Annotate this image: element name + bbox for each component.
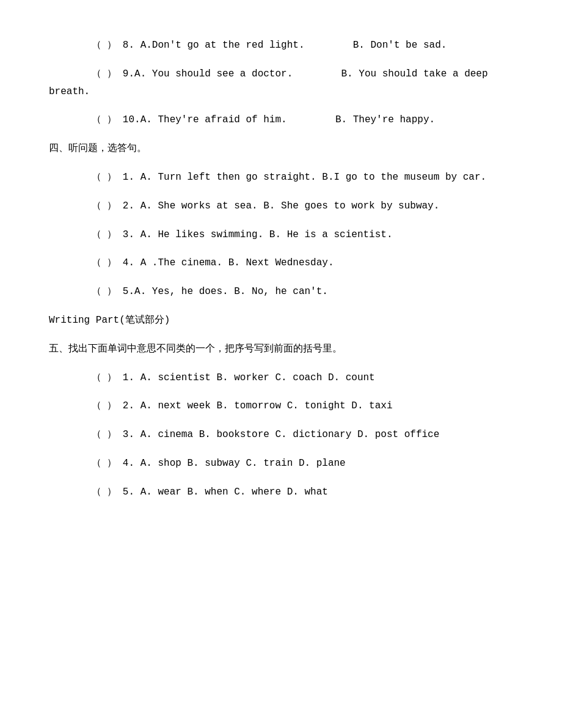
bracket-s4q5: （ ） bbox=[92, 286, 117, 297]
s5q1-container: （ ） 1. A. scientist B. worker C. coach D… bbox=[49, 369, 513, 387]
q10-num: 10.A. They're afraid of him. bbox=[123, 114, 287, 125]
bracket-s4q2: （ ） bbox=[92, 200, 117, 211]
s4q2: （ ） 2. A. She works at sea. B. She goes … bbox=[49, 197, 513, 215]
s4q1-text: 1. A. Turn left then go straight. B.I go… bbox=[123, 172, 486, 183]
s5q3-text: 3. A. cinema B. bookstore C. dictionary … bbox=[123, 429, 439, 440]
question-9: （ ） 9.A. You should see a doctor. B. You… bbox=[49, 65, 513, 101]
s5q1: （ ） 1. A. scientist B. worker C. coach D… bbox=[49, 369, 513, 387]
bracket-s5q1: （ ） bbox=[92, 372, 117, 383]
s5q5: （ ） 5. A. wear B. when C. where D. what bbox=[49, 483, 513, 501]
s5q2-text: 2. A. next week B. tomorrow C. tonight D… bbox=[123, 400, 393, 411]
s4q2-container: （ ） 2. A. She works at sea. B. She goes … bbox=[49, 197, 513, 215]
s5q5-text: 5. A. wear B. when C. where D. what bbox=[123, 487, 328, 498]
question-8: （ ） 8. A.Don't go at the red light. B. D… bbox=[49, 37, 513, 54]
s5q2: （ ） 2. A. next week B. tomorrow C. tonig… bbox=[49, 397, 513, 415]
s4q4-text: 4. A .The cinema. B. Next Wednesday. bbox=[123, 257, 334, 268]
bracket-s5q4: （ ） bbox=[92, 458, 117, 469]
bracket-8: （ ） bbox=[92, 40, 117, 51]
bracket-s4q1: （ ） bbox=[92, 172, 117, 183]
s4q2-text: 2. A. She works at sea. B. She goes to w… bbox=[123, 200, 439, 211]
s5q5-container: （ ） 5. A. wear B. when C. where D. what bbox=[49, 483, 513, 501]
q9-num: 9.A. You should see a doctor. bbox=[123, 68, 293, 79]
q8-a: A.Don't go at the red light. bbox=[140, 40, 305, 51]
q8-num: 8. bbox=[123, 40, 134, 51]
s5q3: （ ） 3. A. cinema B. bookstore C. diction… bbox=[49, 426, 513, 444]
question-9-container: （ ） 9.A. You should see a doctor. B. You… bbox=[49, 65, 513, 101]
section4-header: 四、听问题，选答句。 bbox=[49, 140, 513, 158]
s5q3-container: （ ） 3. A. cinema B. bookstore C. diction… bbox=[49, 426, 513, 444]
q8-b: B. Don't be sad. bbox=[353, 40, 447, 51]
bracket-9: （ ） bbox=[92, 68, 117, 79]
bracket-10: （ ） bbox=[92, 114, 117, 125]
s5q4-container: （ ） 4. A. shop B. subway C. train D. pla… bbox=[49, 455, 513, 472]
s4q5: （ ） 5.A. Yes, he does. B. No, he can't. bbox=[49, 283, 513, 301]
s5q2-container: （ ） 2. A. next week B. tomorrow C. tonig… bbox=[49, 397, 513, 415]
bracket-s4q4: （ ） bbox=[92, 257, 117, 268]
s4q5-container: （ ） 5.A. Yes, he does. B. No, he can't. bbox=[49, 283, 513, 301]
writing-header: Writing Part(笔试部分) bbox=[49, 312, 513, 329]
s4q5-text: 5.A. Yes, he does. B. No, he can't. bbox=[123, 286, 328, 297]
bracket-s5q2: （ ） bbox=[92, 400, 117, 411]
s4q4: （ ） 4. A .The cinema. B. Next Wednesday. bbox=[49, 254, 513, 272]
bracket-s5q3: （ ） bbox=[92, 429, 117, 440]
bracket-s4q3: （ ） bbox=[92, 229, 117, 240]
s5q4: （ ） 4. A. shop B. subway C. train D. pla… bbox=[49, 455, 513, 472]
s5q4-text: 4. A. shop B. subway C. train D. plane bbox=[123, 458, 346, 469]
writing-header-container: Writing Part(笔试部分) bbox=[49, 312, 513, 329]
q10-b: B. They're happy. bbox=[335, 114, 435, 125]
s4q3: （ ） 3. A. He likes swimming. B. He is a … bbox=[49, 226, 513, 244]
s5q1-text: 1. A. scientist B. worker C. coach D. co… bbox=[123, 372, 375, 383]
s4q3-text: 3. A. He likes swimming. B. He is a scie… bbox=[123, 229, 393, 240]
section4-header-container: 四、听问题，选答句。 bbox=[49, 140, 513, 158]
s4q1: （ ） 1. A. Turn left then go straight. B.… bbox=[49, 169, 513, 186]
s4q1-container: （ ） 1. A. Turn left then go straight. B.… bbox=[49, 169, 513, 186]
s4q3-container: （ ） 3. A. He likes swimming. B. He is a … bbox=[49, 226, 513, 244]
s4q4-container: （ ） 4. A .The cinema. B. Next Wednesday. bbox=[49, 254, 513, 272]
section5-header-container: 五、找出下面单词中意思不同类的一个，把序号写到前面的括号里。 bbox=[49, 340, 513, 358]
section5-header: 五、找出下面单词中意思不同类的一个，把序号写到前面的括号里。 bbox=[49, 340, 513, 358]
question-10-container: （ ） 10.A. They're afraid of him. B. They… bbox=[49, 111, 513, 129]
question-8-container: （ ） 8. A.Don't go at the red light. B. D… bbox=[49, 37, 513, 54]
question-10: （ ） 10.A. They're afraid of him. B. They… bbox=[49, 111, 513, 129]
bracket-s5q5: （ ） bbox=[92, 487, 117, 498]
